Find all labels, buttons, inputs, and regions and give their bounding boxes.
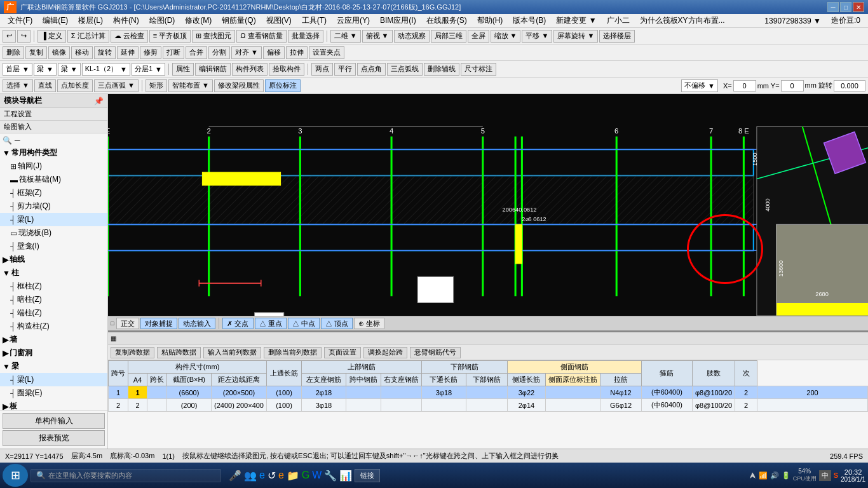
snap-intersection[interactable]: ✗ 交点 bbox=[222, 318, 253, 329]
tb-level-slab[interactable]: ≡ 平齐板顶 bbox=[149, 30, 191, 43]
tree-common-types[interactable]: ▼ 常用构件类型 bbox=[0, 146, 107, 159]
tb-rotate-screen[interactable]: 屏幕旋转 ▼ bbox=[553, 30, 598, 43]
tb-back[interactable]: ↩ bbox=[3, 30, 16, 43]
menu-help[interactable]: 帮助(H) bbox=[472, 14, 508, 27]
taskbar-icon-mic[interactable]: 🎤 bbox=[229, 470, 241, 482]
tb-delete[interactable]: 删除 bbox=[3, 46, 24, 59]
tray-lang[interactable]: 中 bbox=[819, 470, 831, 481]
cell-secondary-2[interactable] bbox=[757, 399, 868, 412]
taskbar-icon-green[interactable]: G bbox=[302, 470, 309, 481]
cell-side-original-1[interactable]: N4φ12 bbox=[600, 386, 641, 399]
cell-tie-rebar-1[interactable]: (中60400) bbox=[641, 386, 692, 399]
delete-current-col-btn[interactable]: 删除当前列数据 bbox=[264, 347, 322, 358]
sidebar-item-shear-wall[interactable]: ┤ 剪力墙(Q) bbox=[0, 200, 107, 213]
cell-edge-dist-1[interactable]: (100) bbox=[266, 386, 301, 399]
tb-trim[interactable]: 修剪 bbox=[140, 46, 161, 59]
menu-rebar-qty[interactable]: 钢筋量(Q) bbox=[217, 14, 261, 27]
tray-arrow[interactable]: ⮝ bbox=[749, 471, 756, 479]
sidebar-item-beam2[interactable]: ┤ 梁(L) bbox=[0, 373, 107, 386]
cell-side-through-2[interactable] bbox=[545, 399, 600, 412]
single-element-input-btn[interactable]: 单构件输入 bbox=[3, 413, 105, 429]
tb-element-list[interactable]: 构件列表 bbox=[232, 63, 268, 76]
tb-view-rebar[interactable]: Ω 查看钢筋量 bbox=[236, 30, 286, 43]
sidebar-item-niche[interactable]: ┤ 壁龛(I) bbox=[0, 240, 107, 253]
cell-span-num-2[interactable]: 2 bbox=[128, 399, 147, 412]
menu-assistant[interactable]: 广小二 bbox=[602, 14, 635, 27]
tb-split[interactable]: 分割 bbox=[208, 46, 230, 59]
tray-ime[interactable]: S bbox=[834, 471, 838, 479]
menu-online[interactable]: 在线服务(S) bbox=[421, 14, 472, 27]
tray-network[interactable]: 📶 bbox=[759, 471, 768, 480]
taskbar-icon-people[interactable]: 👥 bbox=[244, 470, 257, 482]
tb-parallel[interactable]: 平行 bbox=[334, 63, 356, 76]
y-input[interactable] bbox=[781, 80, 804, 92]
cell-span-length-1[interactable]: (6600) bbox=[167, 386, 212, 399]
tb-dimension[interactable]: 尺寸标注 bbox=[461, 63, 496, 76]
layer-selector[interactable]: 分层1▼ bbox=[132, 63, 165, 76]
tb-property[interactable]: 属性 bbox=[172, 63, 194, 76]
tb-stretch[interactable]: 拉伸 bbox=[286, 46, 308, 59]
taskbar-icon-app2[interactable]: 📊 bbox=[339, 470, 352, 482]
tray-clock[interactable]: 20:32 2018/1/1 bbox=[841, 468, 865, 483]
tb-local-3d[interactable]: 局部三维 bbox=[431, 30, 466, 43]
menu-file[interactable]: 文件(F) bbox=[3, 14, 37, 27]
x-input[interactable] bbox=[733, 80, 756, 92]
menu-layout-hint[interactable]: 为什么筏板XY方向布置... bbox=[635, 14, 730, 27]
tree-wall[interactable]: ▶ 墙 bbox=[0, 333, 107, 346]
cell-mid-span-1[interactable] bbox=[381, 386, 421, 399]
sidebar-item-frame-col[interactable]: ┤ 框柱(Z) bbox=[0, 280, 107, 293]
cell-tie-rebar-2[interactable]: (中60400) bbox=[641, 399, 692, 412]
report-preview-btn[interactable]: 报表预览 bbox=[3, 430, 105, 446]
sidebar-item-ring-beam[interactable]: ┤ 圈梁(E) bbox=[0, 386, 107, 400]
cell-top-through-1[interactable]: 2φ18 bbox=[301, 386, 346, 399]
cell-bottom-rebar-2[interactable]: 2φ14 bbox=[507, 399, 545, 412]
cell-section-1[interactable]: (200×500) bbox=[212, 386, 267, 399]
tb-select-floor[interactable]: 选择楼层 bbox=[599, 30, 635, 43]
tree-beam-group[interactable]: ▼ 梁 bbox=[0, 360, 107, 373]
tb-three-arc[interactable]: 三点弧线 bbox=[387, 63, 423, 76]
cantilever-rebar-code-btn[interactable]: 悬臂钢筋代号 bbox=[410, 347, 461, 358]
tb-mirror[interactable]: 镜像 bbox=[48, 46, 70, 59]
tb-find-element[interactable]: ⊞ 查找图元 bbox=[192, 30, 235, 43]
tb-pan[interactable]: 平移 ▼ bbox=[522, 30, 552, 43]
menu-element[interactable]: 构件(N) bbox=[108, 14, 144, 27]
rotate-input[interactable] bbox=[834, 80, 865, 92]
swap-start-span-btn[interactable]: 调换起始跨 bbox=[363, 347, 407, 358]
tb-rectangle[interactable]: 矩形 bbox=[146, 79, 167, 92]
tb-calculate[interactable]: Σ 汇总计算 bbox=[67, 30, 109, 43]
tb-copy[interactable]: 复制 bbox=[25, 46, 47, 59]
cell-edge-dist-2[interactable]: (100) bbox=[266, 399, 301, 412]
menu-modify[interactable]: 修改(M) bbox=[180, 14, 217, 27]
snap-object[interactable]: 对象捕捉 bbox=[140, 318, 177, 329]
snap-orthogonal[interactable]: 正交 bbox=[116, 318, 139, 329]
menu-version[interactable]: 版本号(B) bbox=[508, 14, 551, 27]
taskbar-icon-app1[interactable]: 🔧 bbox=[324, 470, 337, 482]
tb-edit-rebar[interactable]: 编辑钢筋 bbox=[195, 63, 231, 76]
tb-point-add-length[interactable]: 点加长度 bbox=[57, 79, 93, 92]
tb-batch-select[interactable]: 批量选择 bbox=[288, 30, 323, 43]
cell-legs-2[interactable]: 2 bbox=[735, 399, 757, 412]
sidebar-item-axisnet[interactable]: ⊞ 轴网(J) bbox=[0, 159, 107, 173]
tb-extend[interactable]: 延伸 bbox=[117, 46, 139, 59]
cell-secondary-1[interactable]: 200 bbox=[757, 386, 868, 399]
taskbar-icon-files[interactable]: 📁 bbox=[287, 470, 299, 482]
sidebar-pin[interactable]: 📌 bbox=[94, 97, 104, 105]
menu-tools[interactable]: 工具(T) bbox=[297, 14, 332, 27]
cell-left-support-2[interactable] bbox=[346, 399, 381, 412]
sidebar-item-frame[interactable]: ┤ 框架(Z) bbox=[0, 186, 107, 200]
tb-top-view[interactable]: 俯视 ▼ bbox=[362, 30, 393, 43]
sidebar-item-hidden-col[interactable]: ┤ 暗柱(Z) bbox=[0, 293, 107, 306]
cell-legs-1[interactable]: 2 bbox=[735, 386, 757, 399]
tb-select[interactable]: 选择 ▼ bbox=[3, 79, 33, 92]
tb-move[interactable]: 移动 bbox=[71, 46, 93, 59]
tb-line[interactable]: 直线 bbox=[34, 79, 56, 92]
data-table-container[interactable]: 跨号 构件尺寸(mm) 上通长筋 上部钢筋 下部钢筋 侧面钢筋 箍筋 肢数 次 … bbox=[108, 360, 868, 449]
minimize-button[interactable]: ─ bbox=[827, 2, 839, 12]
taskbar-link-item[interactable]: 链接 bbox=[355, 469, 380, 482]
menu-bim[interactable]: BIM应用(I) bbox=[375, 14, 421, 27]
snap-coordinate[interactable]: ⊕ 坐标 bbox=[354, 318, 384, 329]
tb-point-angle[interactable]: 点点角 bbox=[357, 63, 386, 76]
cell-right-support-1[interactable]: 3φ18 bbox=[421, 386, 466, 399]
cad-drawing-area[interactable]: E 2 3 4 5 6 7 8 E 1 bbox=[108, 94, 868, 316]
cell-span-length-2[interactable]: (200) bbox=[167, 399, 212, 412]
